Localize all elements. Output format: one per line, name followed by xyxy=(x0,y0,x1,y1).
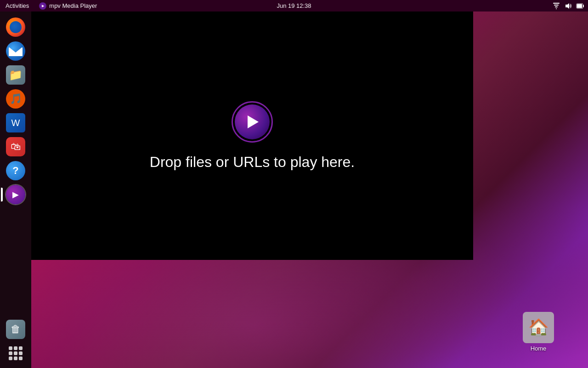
mpv-drop-text: Drop files or URLs to play here. xyxy=(150,154,355,171)
sidebar: 🎵 W 🛍 ? ▶ 🗑 xyxy=(0,12,31,368)
sidebar-item-files[interactable] xyxy=(5,64,27,86)
mpv-window[interactable]: Drop files or URLs to play here. xyxy=(31,12,473,260)
svg-rect-2 xyxy=(555,6,558,7)
app-name-indicator: mpv Media Player xyxy=(34,2,102,10)
sidebar-item-writer[interactable]: W xyxy=(5,112,27,134)
mpv-icon: ▶ xyxy=(6,185,25,204)
svg-rect-3 xyxy=(556,8,557,9)
mpv-play-button-inner xyxy=(235,104,270,139)
sidebar-item-recycle[interactable]: 🗑 xyxy=(5,318,27,340)
help-icon: ? xyxy=(6,161,25,180)
sidebar-item-appgrid[interactable] xyxy=(5,342,27,364)
app-menu-label: mpv Media Player xyxy=(49,2,97,9)
mpv-play-button-outer xyxy=(232,101,273,143)
sidebar-item-sound[interactable]: 🎵 xyxy=(5,88,27,110)
sound-icon: 🎵 xyxy=(6,89,25,109)
sidebar-item-mpv[interactable]: ▶ xyxy=(5,184,27,206)
sidebar-item-help[interactable]: ? xyxy=(5,160,27,182)
firefox-icon xyxy=(6,17,25,37)
svg-rect-6 xyxy=(577,4,582,8)
thunderbird-icon xyxy=(6,41,25,61)
play-triangle-icon xyxy=(248,115,259,128)
mpv-drop-area: Drop files or URLs to play here. xyxy=(150,101,355,171)
sidebar-item-thunderbird[interactable] xyxy=(5,40,27,62)
svg-rect-0 xyxy=(553,3,560,4)
app-menu-icon xyxy=(39,2,46,10)
appcenter-icon: 🛍 xyxy=(6,137,25,156)
appgrid-icon xyxy=(6,344,25,363)
writer-icon: W xyxy=(6,113,25,132)
clock: Jun 19 12:38 xyxy=(277,2,311,9)
svg-rect-1 xyxy=(554,5,559,6)
system-tray xyxy=(552,2,588,10)
activities-button[interactable]: Activities xyxy=(0,0,34,12)
recycle-icon: 🗑 xyxy=(6,320,25,339)
battery-icon[interactable] xyxy=(576,2,584,10)
network-icon[interactable] xyxy=(552,2,560,10)
svg-marker-4 xyxy=(565,3,569,9)
sidebar-item-appcenter[interactable]: 🛍 xyxy=(5,136,27,158)
topbar: Activities mpv Media Player Jun 19 12:38 xyxy=(0,0,588,12)
home-folder-icon: 🏠 xyxy=(523,312,554,343)
volume-icon[interactable] xyxy=(564,2,572,10)
svg-rect-7 xyxy=(583,5,584,7)
home-label: Home xyxy=(531,345,547,352)
files-icon xyxy=(6,65,25,85)
desktop-home-icon[interactable]: 🏠 Home xyxy=(520,312,557,352)
sidebar-item-firefox[interactable] xyxy=(5,16,27,38)
